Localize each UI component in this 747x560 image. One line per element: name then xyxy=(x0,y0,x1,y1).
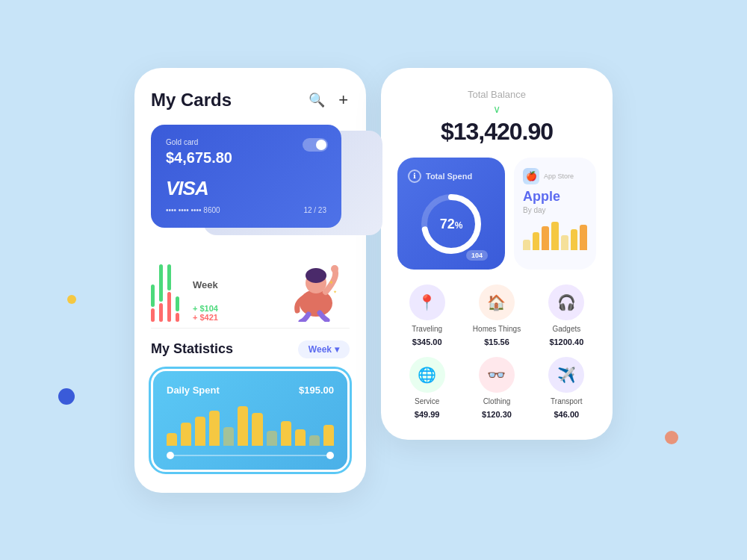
donut-label: 72% xyxy=(440,216,463,231)
balance-amount: $13,420.90 xyxy=(397,118,596,146)
app-store-label: App Store xyxy=(544,172,574,180)
balance-header: Total Balance ∨ $13,420.90 xyxy=(397,89,596,146)
statistics-title: My Statistics xyxy=(151,341,233,357)
daily-label: Daily Spent xyxy=(167,385,220,396)
bar-red-1 xyxy=(151,308,155,322)
donut-percent: 72% xyxy=(440,216,463,231)
chart-bar-7 xyxy=(252,413,262,446)
person-illustration: ✦ ✦ xyxy=(275,262,350,322)
category-item-transport[interactable]: ✈️Transport$46.00 xyxy=(537,357,596,419)
decorative-dot-yellow xyxy=(67,295,76,304)
decorative-dot-salmon xyxy=(665,431,678,444)
app-store-header: 🍎 App Store xyxy=(523,168,587,184)
category-icon-1: 🏠 xyxy=(479,284,515,320)
chart-bar-6 xyxy=(238,406,248,445)
donut-badge: 104 xyxy=(466,250,488,261)
bar-red-2 xyxy=(159,303,163,322)
mbar-7 xyxy=(580,225,587,250)
mbar-4 xyxy=(551,222,559,250)
timeline-dot-end xyxy=(326,452,334,459)
mini-bar-chart xyxy=(523,220,587,250)
bar-red-3 xyxy=(167,292,171,322)
mbar-6 xyxy=(571,229,578,250)
search-button[interactable]: 🔍 xyxy=(307,90,326,110)
app-store-card: 🍎 App Store Apple By day xyxy=(514,158,596,270)
stat-negative: + $421 xyxy=(193,313,218,322)
category-item-homes-things[interactable]: 🏠Homes Things$15.56 xyxy=(467,284,526,346)
svg-text:✦: ✦ xyxy=(333,290,337,294)
spend-title: Total Spend xyxy=(426,172,472,181)
category-name-4: Clothing xyxy=(483,397,511,405)
card-toggle[interactable] xyxy=(303,138,328,152)
apple-label: Apple xyxy=(523,189,587,205)
timeline-line xyxy=(174,455,326,456)
chart-bar-3 xyxy=(195,417,205,446)
card-info: •••• •••• •••• 8600 12 / 23 xyxy=(166,206,326,214)
stats-mini: Week + $104 + $421 xyxy=(151,252,350,329)
category-icon-5: ✈️ xyxy=(548,357,584,393)
category-name-3: Service xyxy=(415,397,439,405)
panel-header: My Cards 🔍 + xyxy=(151,89,350,111)
chart-bar-12 xyxy=(323,425,334,446)
category-item-gadgets[interactable]: 🎧Gadgets$1200.40 xyxy=(537,284,596,346)
chart-bar-8 xyxy=(267,431,277,445)
timeline-dot-start xyxy=(167,452,174,459)
mbar-1 xyxy=(523,240,530,250)
illustration-area: ✦ ✦ xyxy=(275,262,350,322)
bar-group-1 xyxy=(151,284,155,322)
card-balance: $4,675.80 xyxy=(166,149,326,167)
category-name-0: Traveling xyxy=(412,325,442,333)
bar-green-2 xyxy=(159,264,163,302)
bar-green-1 xyxy=(151,284,155,307)
category-amount-5: $46.00 xyxy=(554,410,580,419)
mbar-5 xyxy=(561,235,568,250)
visa-logo: VISA xyxy=(166,177,326,200)
category-amount-3: $49.99 xyxy=(415,410,440,419)
bar-group-4 xyxy=(176,296,179,322)
panels-container: My Cards 🔍 + Gold card $4,6... Gold card… xyxy=(134,68,613,493)
category-name-1: Homes Things xyxy=(473,325,521,333)
balance-chevron-icon: ∨ xyxy=(397,103,596,115)
category-icon-0: 📍 xyxy=(409,284,445,320)
category-item-traveling[interactable]: 📍Traveling$345.00 xyxy=(397,284,456,346)
category-grid: 📍Traveling$345.00🏠Homes Things$15.56🎧Gad… xyxy=(397,284,596,419)
bar-green-4 xyxy=(176,296,179,311)
total-spend-card: ℹ Total Spend 72% 104 xyxy=(397,158,505,270)
chart-bar-9 xyxy=(281,421,291,446)
chevron-down-icon: ▾ xyxy=(335,344,339,355)
category-amount-4: $120.30 xyxy=(482,410,512,419)
stat-positive: + $104 xyxy=(193,304,218,313)
week-dropdown[interactable]: Week ▾ xyxy=(298,340,350,358)
card-number: •••• •••• •••• 8600 xyxy=(166,206,220,214)
daily-spent-card: Daily Spent $195.00 xyxy=(151,369,350,472)
category-name-2: Gadgets xyxy=(552,325,580,333)
category-amount-2: $1200.40 xyxy=(549,337,583,346)
category-item-clothing[interactable]: 👓Clothing$120.30 xyxy=(467,357,526,419)
daily-amount: $195.00 xyxy=(299,385,334,396)
card-stack: Gold card $4,6... Gold card $4,675.80 VI… xyxy=(151,125,350,237)
add-button[interactable]: + xyxy=(337,89,350,111)
bar-group-2 xyxy=(159,264,163,322)
category-item-service[interactable]: 🌐Service$49.99 xyxy=(397,357,456,419)
category-icon-3: 🌐 xyxy=(409,357,445,393)
header-actions: 🔍 + xyxy=(307,89,350,111)
decorative-dot-blue xyxy=(58,388,75,405)
svg-text:✦: ✦ xyxy=(329,279,334,286)
chart-bar-5 xyxy=(223,427,234,446)
spend-icon: ℹ xyxy=(408,169,421,183)
statistics-header: My Statistics Week ▾ xyxy=(151,340,350,358)
stats-label-week: Week + $104 + $421 xyxy=(193,279,218,322)
bar-red-4 xyxy=(176,313,179,322)
timeline xyxy=(167,452,334,459)
chart-bar-4 xyxy=(209,411,220,446)
spend-row: ℹ Total Spend 72% 104 xyxy=(397,158,596,270)
credit-card-front[interactable]: Gold card $4,675.80 VISA •••• •••• •••• … xyxy=(151,125,341,228)
right-panel: Total Balance ∨ $13,420.90 ℹ Total Spend xyxy=(381,68,613,440)
daily-bar-chart xyxy=(167,405,334,446)
left-panel: My Cards 🔍 + Gold card $4,6... Gold card… xyxy=(134,68,366,493)
card-expiry: 12 / 23 xyxy=(303,206,326,214)
category-amount-1: $15.56 xyxy=(484,337,509,346)
panel-title: My Cards xyxy=(151,90,232,111)
chart-bar-10 xyxy=(295,429,306,446)
category-icon-2: 🎧 xyxy=(548,284,584,320)
